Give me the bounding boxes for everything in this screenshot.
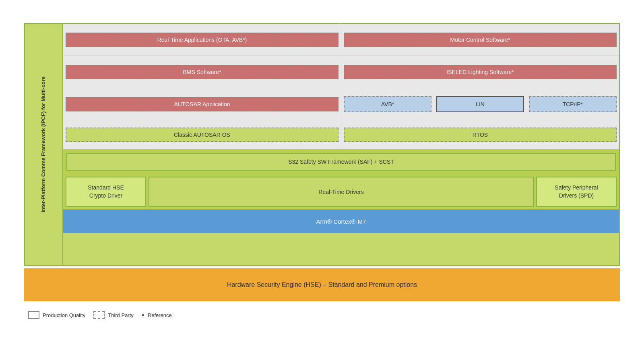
row-4: Classic AUTOSAR OS RTOS xyxy=(63,120,619,149)
sidebar: Inter-Platform Comms Framework (IPCF) fo… xyxy=(25,24,63,265)
legend-production-quality-icon xyxy=(28,311,39,319)
content-area: Real-Time Applications (OTA, AVB*) Motor… xyxy=(63,24,619,265)
legend-reference: • Reference xyxy=(142,311,172,319)
row-3: AUTOSAR Application AVB* LIN TCP xyxy=(63,88,619,120)
row-2-left-wrapper: BMS Software* xyxy=(63,56,341,88)
sidebar-label: Inter-Platform Comms Framework (IPCF) fo… xyxy=(40,76,47,212)
motor-control-box: Motor Control Software* xyxy=(344,33,617,47)
diagram-container: Inter-Platform Comms Framework (IPCF) fo… xyxy=(24,23,620,319)
row-5: S32 Safety SW Framework (SAF) + SCST xyxy=(63,149,619,174)
main-area: Inter-Platform Comms Framework (IPCF) fo… xyxy=(24,23,620,266)
lin-wrapper: LIN xyxy=(434,94,526,115)
legend-reference-label: Reference xyxy=(148,312,172,318)
row-4-right-wrapper: RTOS xyxy=(341,120,619,149)
row-3-left-wrapper: AUTOSAR Application xyxy=(63,88,341,120)
row-7: Arm® Cortex®-M7 xyxy=(63,210,619,233)
legend-production-quality: Production Quality xyxy=(28,311,85,319)
autosar-application-box: AUTOSAR Application xyxy=(66,97,339,111)
legend-reference-icon: • xyxy=(142,311,144,319)
avb-box: AVB* xyxy=(344,96,431,112)
s32-safety-framework-box: S32 Safety SW Framework (SAF) + SCST xyxy=(66,153,616,171)
safety-peripheral-drivers-box: Safety PeripheralDrivers (SPD) xyxy=(536,177,617,207)
rtos-box: RTOS xyxy=(344,128,617,142)
hse-label: Hardware Security Engine (HSE) – Standar… xyxy=(227,281,417,288)
avb-wrapper: AVB* xyxy=(341,94,434,115)
crypto-driver-box: Standard HSECrypto Driver xyxy=(66,177,146,207)
arm-cortex-label: Arm® Cortex®-M7 xyxy=(316,218,366,225)
legend-third-party: Third Party xyxy=(93,311,134,319)
row-2: BMS Software* ISELED Lighting Software* xyxy=(63,56,619,88)
classic-autosar-os-box: Classic AUTOSAR OS xyxy=(66,128,339,142)
tcpip-wrapper: TCP/IP* xyxy=(526,94,619,115)
tcpip-box: TCP/IP* xyxy=(529,96,617,112)
row-1-right-wrapper: Motor Control Software* xyxy=(341,24,619,56)
legend-third-party-icon xyxy=(93,311,105,319)
row-1: Real-Time Applications (OTA, AVB*) Motor… xyxy=(63,24,619,56)
hse-row: Hardware Security Engine (HSE) – Standar… xyxy=(24,268,620,301)
row-4-left-wrapper: Classic AUTOSAR OS xyxy=(63,120,341,149)
row-1-left-wrapper: Real-Time Applications (OTA, AVB*) xyxy=(63,24,341,56)
legend: Production Quality Third Party • Referen… xyxy=(24,311,620,319)
lin-box: LIN xyxy=(436,96,524,112)
iseled-lighting-box: ISELED Lighting Software* xyxy=(344,65,617,79)
real-time-drivers-box: Real-Time Drivers xyxy=(149,177,534,207)
page-wrapper: Inter-Platform Comms Framework (IPCF) fo… xyxy=(24,15,620,327)
legend-production-quality-label: Production Quality xyxy=(43,312,85,318)
row-6: Standard HSECrypto Driver Real-Time Driv… xyxy=(63,174,619,210)
row-3-right-wrapper: AVB* LIN TCP/IP* xyxy=(341,88,619,120)
legend-third-party-label: Third Party xyxy=(108,312,134,318)
bms-software-box: BMS Software* xyxy=(66,65,339,79)
real-time-applications-box: Real-Time Applications (OTA, AVB*) xyxy=(66,33,339,47)
row-2-right-wrapper: ISELED Lighting Software* xyxy=(341,56,619,88)
